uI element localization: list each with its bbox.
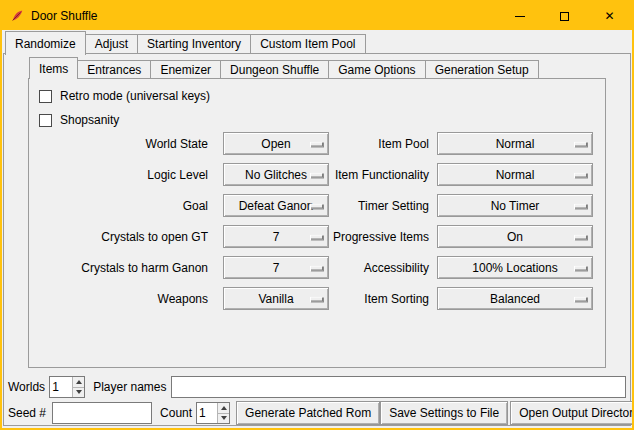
timer-setting-dropdown[interactable]: No Timer <box>437 194 593 217</box>
tab-enemizer[interactable]: Enemizer <box>150 60 221 78</box>
tab-randomize[interactable]: Randomize <box>5 31 86 55</box>
item-functionality-label: Item Functionality <box>329 168 437 182</box>
seed-input[interactable] <box>52 402 152 424</box>
arrow-up-icon <box>221 406 227 410</box>
seed-label: Seed # <box>8 406 46 420</box>
retro-mode-checkbox[interactable] <box>39 90 52 103</box>
dropdown-indicator-icon <box>310 141 323 146</box>
player-names-label: Player names <box>93 380 166 394</box>
weapons-label: Weapons <box>29 292 216 306</box>
logic-level-label: Logic Level <box>29 168 216 182</box>
shopsanity-label: Shopsanity <box>60 113 119 127</box>
dropdown-indicator-icon <box>574 234 587 239</box>
items-pane: Retro mode (universal keys) Shopsanity W… <box>28 78 606 368</box>
tab-game-options[interactable]: Game Options <box>328 60 425 78</box>
tab-generation-setup[interactable]: Generation Setup <box>425 60 539 78</box>
tab-adjust[interactable]: Adjust <box>85 34 138 53</box>
retro-mode-row: Retro mode (universal keys) <box>39 87 210 105</box>
worlds-spin-down[interactable] <box>73 387 84 398</box>
tab-custom-item-pool[interactable]: Custom Item Pool <box>250 34 365 53</box>
arrow-down-icon <box>221 416 227 420</box>
crystals-harm-ganon-label: Crystals to harm Ganon <box>29 261 216 275</box>
open-output-directory-button[interactable]: Open Output Directory <box>510 401 634 425</box>
worlds-spin-arrows <box>72 377 84 397</box>
dropdown-value: No Glitches <box>245 168 307 182</box>
minimize-icon <box>515 16 525 17</box>
dropdown-indicator-icon <box>310 265 323 270</box>
goal-dropdown[interactable]: Defeat Ganon <box>223 194 329 217</box>
app-window: Door Shuffle ✕ Randomize Adjust Starting… <box>0 0 634 430</box>
goal-label: Goal <box>29 199 216 213</box>
tab-dungeon-shuffle[interactable]: Dungeon Shuffle <box>220 60 329 78</box>
dropdown-indicator-icon <box>574 141 587 146</box>
dropdown-value: 7 <box>273 261 280 275</box>
shopsanity-checkbox[interactable] <box>39 114 52 127</box>
window-controls: ✕ <box>497 2 632 30</box>
arrow-down-icon <box>76 390 82 394</box>
option-row: World State Open Item Pool Normal <box>29 128 605 159</box>
dropdown-indicator-icon <box>310 234 323 239</box>
option-row: Crystals to harm Ganon 7 Accessibility 1… <box>29 252 605 283</box>
player-names-input[interactable] <box>171 376 627 398</box>
save-settings-button[interactable]: Save Settings to File <box>380 401 508 425</box>
worlds-input[interactable] <box>50 377 72 397</box>
weapons-dropdown[interactable]: Vanilla <box>223 287 329 310</box>
item-sorting-dropdown[interactable]: Balanced <box>437 287 593 310</box>
arrow-up-icon <box>76 380 82 384</box>
dropdown-value: Vanilla <box>258 292 293 306</box>
worlds-spin-up[interactable] <box>73 377 84 387</box>
item-sorting-label: Item Sorting <box>329 292 437 306</box>
crystals-open-gt-label: Crystals to open GT <box>29 230 216 244</box>
progressive-items-label: Progressive Items <box>329 230 437 244</box>
count-spinbox[interactable] <box>196 402 230 424</box>
tab-items[interactable]: Items <box>29 57 78 79</box>
dropdown-indicator-icon <box>574 203 587 208</box>
close-button[interactable]: ✕ <box>587 2 632 30</box>
maximize-button[interactable] <box>542 2 587 30</box>
tab-starting-inventory[interactable]: Starting Inventory <box>137 34 251 53</box>
item-functionality-dropdown[interactable]: Normal <box>437 163 593 186</box>
world-state-dropdown[interactable]: Open <box>223 132 329 155</box>
dropdown-indicator-icon <box>574 265 587 270</box>
close-icon: ✕ <box>604 10 614 22</box>
dropdown-value: 100% Locations <box>472 261 557 275</box>
dropdown-value: No Timer <box>491 199 540 213</box>
option-rows: World State Open Item Pool Normal Logic … <box>29 128 605 314</box>
titlebar[interactable]: Door Shuffle ✕ <box>2 2 632 30</box>
crystals-harm-ganon-dropdown[interactable]: 7 <box>223 256 329 279</box>
app-icon <box>9 8 25 24</box>
logic-level-dropdown[interactable]: No Glitches <box>223 163 329 186</box>
dropdown-value: Normal <box>496 168 535 182</box>
dropdown-indicator-icon <box>574 172 587 177</box>
count-label: Count <box>160 406 192 420</box>
dropdown-value: Defeat Ganon <box>239 199 314 213</box>
dropdown-indicator-icon <box>310 296 323 301</box>
count-input[interactable] <box>197 403 217 423</box>
dropdown-indicator-icon <box>574 296 587 301</box>
worlds-spinbox[interactable] <box>49 376 85 398</box>
timer-setting-label: Timer Setting <box>329 199 437 213</box>
count-spin-arrows <box>217 403 229 423</box>
dropdown-value: Open <box>261 137 290 151</box>
generate-patched-rom-button[interactable]: Generate Patched Rom <box>236 401 380 425</box>
shopsanity-row: Shopsanity <box>39 111 119 129</box>
item-pool-label: Item Pool <box>329 137 437 151</box>
count-spin-down[interactable] <box>218 413 229 424</box>
tab-entrances[interactable]: Entrances <box>77 60 151 78</box>
sub-tab-bar: Items Entrances Enemizer Dungeon Shuffle… <box>29 57 539 79</box>
progressive-items-dropdown[interactable]: On <box>437 225 593 248</box>
main-tab-bar: Randomize Adjust Starting Inventory Cust… <box>5 31 366 55</box>
retro-mode-label: Retro mode (universal keys) <box>60 89 210 103</box>
crystals-open-gt-dropdown[interactable]: 7 <box>223 225 329 248</box>
accessibility-label: Accessibility <box>329 261 437 275</box>
count-spin-up[interactable] <box>218 403 229 413</box>
minimize-button[interactable] <box>497 2 542 30</box>
maximize-icon <box>560 12 569 21</box>
worlds-label: Worlds <box>8 380 45 394</box>
option-row: Goal Defeat Ganon Timer Setting No Timer <box>29 190 605 221</box>
dropdown-value: On <box>507 230 523 244</box>
accessibility-dropdown[interactable]: 100% Locations <box>437 256 593 279</box>
dropdown-value: 7 <box>273 230 280 244</box>
item-pool-dropdown[interactable]: Normal <box>437 132 593 155</box>
option-row: Crystals to open GT 7 Progressive Items … <box>29 221 605 252</box>
